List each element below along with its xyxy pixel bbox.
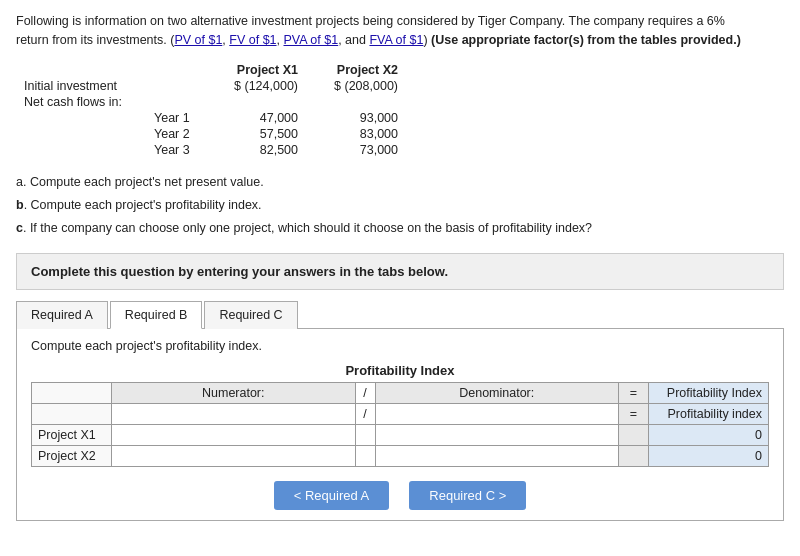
pv-link[interactable]: PV of $1: [174, 33, 222, 47]
intro-text2: return from its investments.: [16, 33, 167, 47]
x2-numerator-input[interactable]: [118, 449, 349, 463]
row-x1-label: Project X1: [32, 425, 112, 446]
result-header: Profitability Index: [649, 383, 769, 404]
x2-denominator-input[interactable]: [382, 449, 613, 463]
row-x2-label: Project X2: [32, 446, 112, 467]
col-x2-header: Project X2: [337, 63, 398, 77]
year3-x1: 82,500: [206, 142, 306, 158]
prev-button[interactable]: < Required A: [274, 481, 390, 510]
intro-text1: Following is information on two alternat…: [16, 14, 725, 28]
tab-required-c[interactable]: Required C: [204, 301, 297, 329]
section-label: Compute each project's profitability ind…: [31, 339, 769, 353]
year2-x1: 57,500: [206, 126, 306, 142]
row-initial-x2: $ (208,000): [306, 78, 406, 94]
row-x2-denominator[interactable]: [375, 446, 619, 467]
row-x2-equals: [619, 446, 649, 467]
x1-denominator-input[interactable]: [382, 428, 613, 442]
row-initial-x1: $ (124,000): [206, 78, 306, 94]
numerator-header: Numerator:: [112, 383, 356, 404]
empty-header: [32, 383, 112, 404]
row-initial-label: Initial investment: [16, 78, 146, 94]
equals-header: =: [619, 383, 649, 404]
data-table: Project X1 Project X2 Initial investment…: [16, 62, 406, 158]
pva-link[interactable]: PVA of $1: [284, 33, 339, 47]
fva-link[interactable]: FVA of $1: [369, 33, 423, 47]
sub-result-label: Profitability index: [649, 404, 769, 425]
bold-note: (Use appropriate factor(s) from the tabl…: [431, 33, 741, 47]
tab-required-a[interactable]: Required A: [16, 301, 108, 329]
sub-slash: /: [355, 404, 375, 425]
denominator-header: Denominator:: [375, 383, 619, 404]
year2-label: Year 2: [146, 126, 206, 142]
row-x1-result: 0: [649, 425, 769, 446]
tabs-container: Required A Required B Required C: [16, 300, 784, 329]
col-x1-header: Project X1: [237, 63, 298, 77]
table-row: Project X2 0: [32, 446, 769, 467]
fv-link[interactable]: FV of $1: [229, 33, 276, 47]
table-row: Project X1 0: [32, 425, 769, 446]
pi-table-wrapper: Profitability Index Numerator: / Denomin…: [31, 363, 769, 467]
questions-block: a. Compute each project's net present va…: [16, 172, 784, 240]
sub-numerator-blank: [112, 404, 356, 425]
intro-paragraph: Following is information on two alternat…: [16, 12, 784, 50]
complete-box-text: Complete this question by entering your …: [31, 264, 448, 279]
net-cash-label: Net cash flows in:: [16, 94, 146, 110]
tab-required-b[interactable]: Required B: [110, 301, 203, 329]
row-x1-slash: [355, 425, 375, 446]
year1-x2: 93,000: [306, 110, 406, 126]
year1-label: Year 1: [146, 110, 206, 126]
sub-empty: [32, 404, 112, 425]
sub-equals: =: [619, 404, 649, 425]
pi-table-title: Profitability Index: [31, 363, 769, 378]
year2-x2: 83,000: [306, 126, 406, 142]
question-c-text: . If the company can choose only one pro…: [23, 221, 592, 235]
row-x2-numerator[interactable]: [112, 446, 356, 467]
year3-x2: 73,000: [306, 142, 406, 158]
question-a: a. Compute each project's net present va…: [16, 172, 784, 193]
buttons-row: < Required A Required C >: [31, 481, 769, 510]
tab-content: Compute each project's profitability ind…: [16, 329, 784, 521]
row-x2-result: 0: [649, 446, 769, 467]
row-x1-numerator[interactable]: [112, 425, 356, 446]
row-x2-slash: [355, 446, 375, 467]
x1-numerator-input[interactable]: [118, 428, 349, 442]
year3-label: Year 3: [146, 142, 206, 158]
question-c-bold: c: [16, 221, 23, 235]
question-b-text: . Compute each project's profitability i…: [24, 198, 262, 212]
question-b-bold: b: [16, 198, 24, 212]
next-button[interactable]: Required C >: [409, 481, 526, 510]
year1-x1: 47,000: [206, 110, 306, 126]
pi-table: Numerator: / Denominator: = Profitabilit…: [31, 382, 769, 467]
row-x1-equals: [619, 425, 649, 446]
row-x1-denominator[interactable]: [375, 425, 619, 446]
slash-header: /: [355, 383, 375, 404]
sub-denominator-blank: [375, 404, 619, 425]
complete-box: Complete this question by entering your …: [16, 253, 784, 290]
